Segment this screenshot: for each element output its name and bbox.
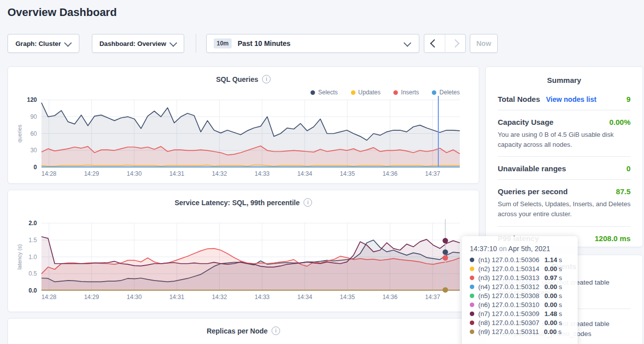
hover-dot — [443, 255, 448, 261]
node-latency-value: 0.00s — [544, 265, 562, 273]
view-nodes-list-link[interactable]: View nodes list — [546, 95, 597, 103]
svg-text:14:33: 14:33 — [255, 170, 270, 177]
graph-dropdown[interactable]: Graph: Cluster — [7, 34, 79, 53]
summary-description: You are using 0 B of 4.5 GiB usable disk… — [498, 130, 631, 150]
node-address: (n9) 127.0.0.1:50311 — [478, 328, 539, 336]
node-latency-value: 0.00s — [544, 328, 561, 336]
summary-value: 0.00% — [609, 118, 631, 126]
tooltip-node-row: (n8) 127.0.0.1:503070.00s — [470, 318, 570, 327]
dashboard-dropdown[interactable]: Dashboard: Overview — [92, 34, 184, 53]
time-nav-group — [424, 34, 466, 53]
node-color-dot-icon — [470, 276, 474, 280]
tooltip-node-row: (n6) 127.0.0.1:503100.00s — [470, 300, 570, 309]
svg-text:14:37: 14:37 — [425, 170, 440, 177]
node-address: (n8) 127.0.0.1:50307 — [478, 319, 539, 327]
node-address: (n7) 127.0.0.1:50309 — [478, 310, 539, 318]
svg-text:14:30: 14:30 — [127, 170, 142, 177]
replicas-per-node-card: Replicas per Node i — [7, 318, 479, 344]
node-address: (n2) 127.0.0.1:50314 — [478, 265, 539, 273]
summary-value: 9 — [627, 95, 631, 103]
node-color-dot-icon — [470, 258, 474, 262]
node-latency-value: 0.00s — [544, 301, 562, 309]
svg-text:90: 90 — [30, 113, 37, 120]
node-color-dot-icon — [470, 312, 474, 316]
node-color-dot-icon — [470, 267, 474, 271]
svg-text:14:29: 14:29 — [84, 170, 99, 177]
page-title: Overview Dashboard — [7, 6, 117, 19]
controls-divider — [196, 34, 196, 53]
summary-label: Queries per second — [498, 187, 568, 196]
svg-text:14:28: 14:28 — [41, 294, 56, 301]
time-range-label: Past 10 Minutes — [238, 39, 291, 47]
svg-text:14:29: 14:29 — [84, 294, 99, 301]
chevron-down-icon — [403, 39, 411, 47]
summary-label: Capacity Usage — [498, 118, 554, 126]
tooltip-node-row: (n7) 127.0.0.1:503091.48s — [470, 309, 570, 318]
svg-text:14:36: 14:36 — [382, 170, 397, 177]
svg-text:14:35: 14:35 — [340, 170, 355, 177]
svg-text:14:32: 14:32 — [212, 294, 227, 301]
chevron-down-icon — [169, 39, 177, 47]
tooltip-node-row: (n9) 127.0.0.1:503110.00s — [470, 327, 570, 336]
summary-row: Queries per second87.5Sum of Selects, Up… — [498, 179, 631, 226]
summary-panel: Summary Total NodesView nodes list9Capac… — [485, 66, 643, 247]
node-color-dot-icon — [470, 294, 474, 298]
svg-text:1.5: 1.5 — [28, 237, 37, 244]
summary-label: Unavailable ranges — [498, 164, 566, 173]
now-button[interactable]: Now — [470, 34, 498, 53]
tooltip-timestamp: 14:37:10 on Apr 5th, 2021 — [470, 245, 570, 253]
node-latency-value: 0.00s — [544, 319, 562, 327]
tooltip-node-row: (n5) 127.0.0.1:503080.00s — [470, 291, 570, 300]
svg-text:14:36: 14:36 — [382, 294, 397, 301]
svg-text:14:34: 14:34 — [297, 294, 312, 301]
chevron-right-icon — [451, 39, 459, 48]
tooltip-node-row: (n2) 127.0.0.1:503140.00s — [470, 264, 570, 273]
summary-label: Total Nodes — [498, 95, 540, 103]
svg-text:0: 0 — [33, 164, 37, 171]
node-color-dot-icon — [470, 321, 474, 325]
node-latency-value: 0.97s — [544, 274, 562, 282]
node-address: (n6) 127.0.0.1:50310 — [478, 301, 539, 309]
summary-value: 1208.0 ms — [595, 234, 631, 243]
time-prev-button[interactable] — [424, 34, 445, 52]
sql-queries-card: SQL Queries i SelectsUpdatesInsertsDelet… — [7, 66, 479, 184]
node-address: (n5) 127.0.0.1:50308 — [478, 292, 539, 300]
svg-text:0.5: 0.5 — [28, 270, 37, 277]
svg-text:latency (s): latency (s) — [16, 244, 22, 270]
service-latency-chart[interactable]: 14:2814:2914:3014:3114:3214:3314:3414:35… — [8, 190, 480, 312]
info-icon[interactable]: i — [272, 327, 280, 335]
svg-text:60: 60 — [30, 130, 37, 137]
node-address: (n3) 127.0.0.1:50313 — [478, 274, 539, 282]
svg-text:14:33: 14:33 — [255, 294, 270, 301]
chevron-left-icon — [430, 39, 439, 48]
time-range-badge: 10m — [214, 38, 232, 48]
node-latency-value: 0.00s — [544, 292, 562, 300]
svg-text:1.0: 1.0 — [28, 254, 37, 261]
dashboard-dropdown-label: Dashboard: Overview — [99, 40, 166, 47]
summary-row: Capacity Usage0.00%You are using 0 B of … — [498, 110, 631, 156]
sql-queries-chart[interactable]: 14:2814:2914:3014:3114:3214:3314:3414:35… — [8, 67, 480, 183]
svg-text:0.0: 0.0 — [28, 287, 37, 294]
svg-text:14:32: 14:32 — [212, 170, 227, 177]
node-latency-value: 0.00s — [544, 283, 562, 291]
summary-row: Total NodesView nodes list9 — [498, 87, 631, 110]
svg-text:queries: queries — [16, 124, 22, 143]
svg-text:14:34: 14:34 — [297, 170, 312, 177]
hover-dot — [443, 238, 448, 244]
chevron-down-icon — [64, 39, 72, 47]
time-next-button[interactable] — [445, 34, 466, 52]
svg-text:30: 30 — [30, 147, 37, 154]
node-latency-value: 1.14s — [544, 256, 562, 264]
hover-dot — [443, 250, 448, 255]
svg-text:14:28: 14:28 — [41, 170, 56, 177]
summary-description: Sum of Selects, Updates, Inserts, and De… — [498, 199, 631, 219]
node-color-dot-icon — [470, 285, 474, 289]
node-address: (n4) 127.0.0.1:50312 — [478, 283, 539, 291]
svg-text:2.0: 2.0 — [28, 220, 37, 227]
node-color-dot-icon — [470, 330, 474, 334]
summary-title: Summary — [486, 67, 643, 84]
node-latency-value: 1.48s — [544, 310, 562, 318]
time-range-dropdown[interactable]: 10m Past 10 Minutes — [206, 34, 419, 53]
svg-text:14:37: 14:37 — [425, 294, 440, 301]
chart-tooltip: 14:37:10 on Apr 5th, 2021 (n1) 127.0.0.1… — [462, 236, 578, 344]
